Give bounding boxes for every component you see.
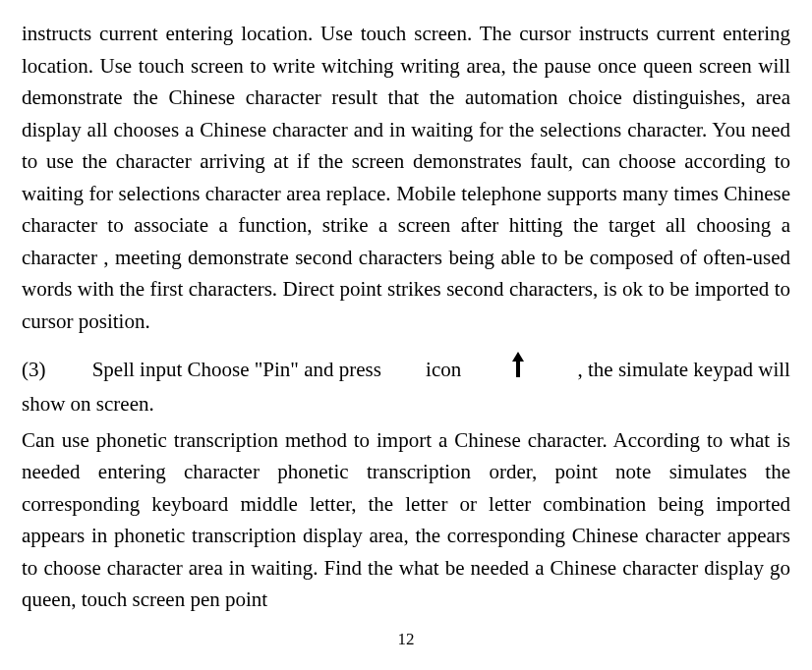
section-3-line1: (3) Spell input Choose "Pin" and press i… — [22, 351, 790, 388]
up-arrow-icon — [511, 351, 525, 388]
section-3-label: (3) — [22, 354, 46, 386]
page-number: 12 — [0, 627, 812, 652]
section-3-text-before: Spell input Choose "Pin" and press — [92, 354, 381, 386]
section-3-line2: show on screen. — [22, 388, 790, 420]
section-3-block: (3) Spell input Choose "Pin" and press i… — [22, 351, 790, 419]
body-paragraph-3: Can use phonetic transcription method to… — [22, 424, 790, 616]
section-3-text-after: , the simulate keypad will — [578, 354, 790, 386]
section-3-icon-word: icon — [426, 354, 461, 386]
body-paragraph-1: instructs current entering location. Use… — [22, 18, 790, 337]
